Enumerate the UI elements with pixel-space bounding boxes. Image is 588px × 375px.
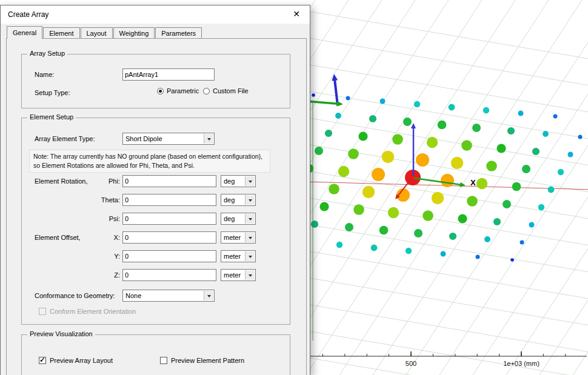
axis-arrowhead-icon bbox=[411, 123, 416, 128]
offset-z-label: Z: bbox=[82, 271, 120, 279]
array-element-dot bbox=[335, 113, 341, 119]
axis-arrow bbox=[335, 78, 338, 105]
array-element-dot bbox=[558, 169, 564, 175]
array-element-dot bbox=[472, 124, 481, 132]
array-element-dot bbox=[520, 241, 524, 245]
conform-element-orientation-checkbox: Conform Element Orientation bbox=[39, 308, 136, 315]
array-element-dot bbox=[414, 101, 420, 107]
conformance-combo[interactable]: None bbox=[122, 290, 215, 302]
array-element-dot bbox=[406, 248, 412, 254]
array-element-dot bbox=[432, 192, 444, 204]
tab-general[interactable]: General bbox=[7, 26, 42, 39]
array-element-dot bbox=[380, 99, 386, 104]
chevron-down-icon[interactable] bbox=[245, 251, 255, 261]
radio-custom-file[interactable]: Custom File bbox=[203, 87, 249, 95]
tab-layout[interactable]: Layout bbox=[81, 27, 113, 39]
grid-line bbox=[306, 197, 588, 246]
array-element-dot bbox=[467, 196, 478, 207]
tab-element[interactable]: Element bbox=[43, 27, 79, 39]
tab-weighting[interactable]: Weighting bbox=[113, 27, 155, 39]
close-icon[interactable]: ✕ bbox=[291, 9, 302, 19]
chevron-down-icon[interactable] bbox=[204, 134, 213, 144]
array-setup-group: Array Setup Name: Setup Type: Parametric… bbox=[21, 54, 290, 108]
array-element-dot bbox=[512, 182, 521, 191]
offset-z-unit-value: meter bbox=[224, 271, 241, 279]
array-element-dot bbox=[476, 255, 480, 259]
axis-arrow bbox=[414, 178, 463, 185]
phi-label: Phi: bbox=[82, 178, 120, 185]
array-element-dot bbox=[353, 204, 364, 215]
preview-element-pattern-label: Preview Element Pattern bbox=[171, 357, 244, 364]
name-label: Name: bbox=[35, 71, 54, 78]
radio-parametric-label: Parametric bbox=[167, 87, 199, 95]
array-element-dot bbox=[529, 222, 535, 228]
offset-z-unit-combo[interactable]: meter bbox=[221, 269, 256, 281]
array-element-dot bbox=[441, 251, 446, 257]
radio-parametric[interactable]: Parametric bbox=[157, 87, 199, 95]
offset-y-unit-value: meter bbox=[224, 253, 241, 260]
offset-x-input[interactable] bbox=[122, 231, 216, 244]
array-element-dot bbox=[392, 134, 403, 145]
array-element-dot bbox=[329, 184, 339, 194]
offset-y-unit-combo[interactable]: meter bbox=[221, 250, 256, 262]
preview-array-layout-checkbox[interactable]: Preview Array Layout bbox=[39, 357, 113, 364]
setup-type-label: Setup Type: bbox=[35, 89, 70, 96]
element-setup-legend: Element Setup bbox=[27, 113, 76, 121]
theta-input[interactable] bbox=[122, 194, 216, 206]
dialog-title: Create Array bbox=[8, 10, 48, 19]
phi-input[interactable] bbox=[122, 175, 216, 187]
array-element-dot bbox=[476, 178, 487, 189]
preview-element-pattern-checkbox[interactable]: Preview Element Pattern bbox=[160, 357, 244, 364]
psi-unit-combo[interactable]: deg bbox=[221, 213, 256, 225]
array-element-dot bbox=[369, 115, 376, 122]
preview-visualization-group: Preview Visualization Preview Array Layo… bbox=[21, 334, 290, 375]
scale-label: 1e+03 (mm) bbox=[503, 360, 540, 367]
array-element-dot bbox=[388, 207, 399, 218]
offset-x-unit-value: meter bbox=[224, 234, 241, 241]
array-element-dot bbox=[451, 157, 463, 169]
offset-x-unit-combo[interactable]: meter bbox=[221, 231, 256, 244]
offset-y-input[interactable] bbox=[122, 250, 216, 262]
array-element-dot bbox=[486, 161, 497, 171]
theta-label: Theta: bbox=[82, 196, 120, 204]
chevron-down-icon[interactable] bbox=[245, 176, 255, 186]
psi-input[interactable] bbox=[122, 213, 216, 225]
chevron-down-icon[interactable] bbox=[204, 291, 213, 300]
offset-z-input[interactable] bbox=[122, 269, 216, 281]
radio-custom-file-label: Custom File bbox=[213, 87, 249, 95]
array-name-input[interactable] bbox=[122, 68, 215, 81]
array-element-dot bbox=[315, 147, 323, 155]
array-element-type-combo[interactable]: Short Dipole bbox=[122, 133, 215, 145]
array-element-dot bbox=[414, 229, 423, 237]
chevron-down-icon[interactable] bbox=[245, 233, 255, 242]
array-element-dot bbox=[319, 202, 329, 211]
checkbox-box bbox=[160, 357, 167, 364]
array-element-dot bbox=[483, 107, 489, 113]
array-element-dot bbox=[336, 242, 342, 248]
array-element-dot bbox=[382, 151, 394, 163]
array-element-dot bbox=[449, 233, 456, 240]
array-element-dot bbox=[538, 204, 544, 210]
theta-unit-combo[interactable]: deg bbox=[221, 194, 256, 206]
chevron-down-icon[interactable] bbox=[245, 270, 255, 280]
array-element-dot bbox=[496, 144, 506, 153]
preview-visualization-legend: Preview Visualization bbox=[27, 330, 95, 337]
grid-line bbox=[306, 331, 588, 375]
array-element-dot bbox=[578, 135, 583, 139]
element-setup-group: Element Setup Array Element Type: Short … bbox=[21, 118, 290, 325]
chevron-down-icon[interactable] bbox=[245, 195, 255, 205]
tab-parameters[interactable]: Parameters bbox=[155, 27, 202, 39]
axis-arrowhead-icon bbox=[332, 74, 338, 81]
radio-custom-file-dot bbox=[203, 88, 210, 95]
array-element-dot bbox=[338, 166, 349, 177]
array-element-dot bbox=[518, 111, 524, 116]
array-element-dot bbox=[427, 137, 438, 148]
dialog-titlebar[interactable]: Create Array ✕ bbox=[1, 5, 310, 24]
phi-unit-combo[interactable]: deg bbox=[221, 175, 256, 187]
ground-plane-note: Note: The array currently has NO ground … bbox=[29, 150, 270, 173]
array-element-dot bbox=[441, 174, 454, 187]
array-element-dot bbox=[449, 104, 455, 111]
chevron-down-icon[interactable] bbox=[245, 214, 255, 224]
scale-label: 500 bbox=[406, 360, 416, 367]
offset-x-label: X: bbox=[82, 234, 120, 241]
